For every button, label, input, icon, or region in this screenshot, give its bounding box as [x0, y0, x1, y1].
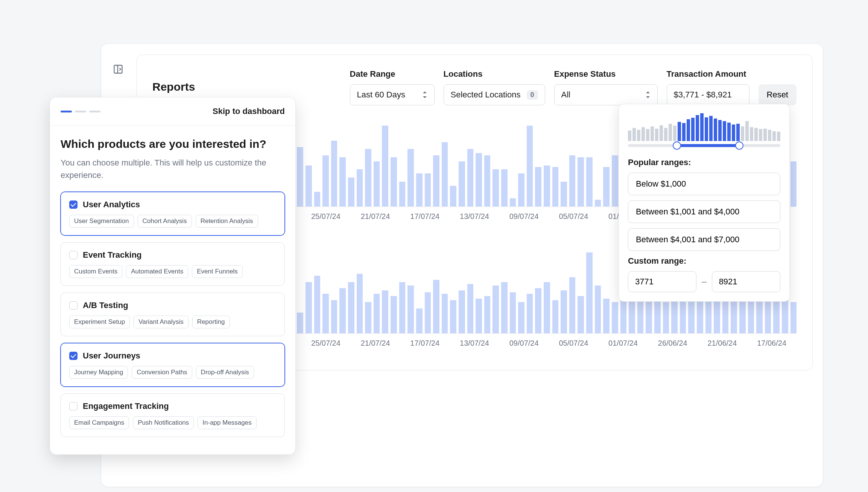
range-handle-max[interactable]	[735, 141, 743, 150]
product-tag: Conversion Paths	[132, 366, 192, 379]
range-max-input[interactable]	[712, 271, 780, 292]
locations-select[interactable]: Selected Locations 0	[444, 84, 545, 105]
onboarding-modal: Skip to dashboard Which products are you…	[50, 97, 296, 455]
chart-bar	[578, 296, 584, 333]
chart-bar	[595, 200, 601, 207]
product-tag: Journey Mapping	[69, 366, 128, 379]
x-tick-label: 25/07/24	[301, 212, 351, 221]
chart-bar	[756, 300, 763, 333]
product-card-user-journeys[interactable]: User JourneysJourney MappingConversion P…	[61, 343, 285, 387]
select-value: Last 60 Days	[357, 90, 405, 100]
reset-button[interactable]: Reset	[759, 84, 797, 105]
histogram-bar	[736, 124, 740, 141]
x-tick-label: 13/07/24	[450, 212, 499, 221]
chart-bar	[459, 161, 465, 207]
histogram-bar	[660, 125, 663, 141]
product-card-user-analytics[interactable]: User AnalyticsUser SegmentationCohort An…	[61, 192, 285, 235]
range-handle-min[interactable]	[673, 141, 681, 150]
chart-bar	[561, 290, 567, 333]
chart-bar	[331, 141, 337, 207]
filter-expense-status: Expense Status All	[554, 69, 658, 105]
histogram-bar	[754, 128, 758, 141]
chart-bar	[314, 276, 321, 333]
x-tick-label: 21/07/24	[351, 212, 400, 221]
range-option-2[interactable]: Between $4,001 and $7,000	[628, 228, 780, 251]
range-slider-track[interactable]	[628, 144, 780, 147]
panel-collapse-icon[interactable]	[113, 64, 123, 74]
transaction-amount-select[interactable]: $3,771 - $8,921	[667, 84, 749, 105]
product-tag: Drop-off Analysis	[196, 366, 254, 379]
product-name: A/B Testing	[83, 301, 128, 310]
chart-bar	[297, 147, 303, 207]
chart-bar	[306, 282, 312, 333]
x-tick-label: 05/07/24	[549, 339, 599, 348]
x-tick-label: 05/07/24	[549, 212, 599, 221]
onboarding-subtitle: You can choose multiple. This will help …	[61, 156, 285, 181]
chart-bar	[595, 285, 601, 333]
chart-bar	[510, 292, 516, 334]
skip-to-dashboard-link[interactable]: Skip to dashboard	[213, 106, 285, 116]
chart-bar	[790, 161, 797, 207]
product-checkbox[interactable]	[69, 402, 78, 410]
chart-bar	[612, 302, 618, 333]
histogram-bar	[682, 123, 686, 141]
chart-bar	[493, 285, 499, 333]
chart-bar	[433, 280, 439, 333]
chart-bar	[382, 290, 388, 333]
product-checkbox[interactable]	[69, 352, 78, 360]
product-checkbox[interactable]	[69, 200, 78, 209]
product-card-a-b-testing[interactable]: A/B TestingExperiment SetupVariant Analy…	[61, 293, 285, 336]
chart-bar	[407, 149, 414, 207]
chart-bar	[493, 169, 499, 207]
chart-bar	[510, 198, 516, 207]
custom-range-label: Custom range:	[628, 256, 780, 266]
histogram-bar	[718, 120, 722, 141]
chart-bar	[425, 173, 431, 207]
histogram-bar	[691, 118, 695, 141]
product-name: User Journeys	[83, 351, 140, 361]
chart-bar	[476, 153, 482, 207]
chart-bar	[339, 157, 346, 207]
product-tag: Email Campaigns	[69, 416, 129, 429]
chart-bar	[535, 288, 541, 333]
product-checkbox[interactable]	[69, 301, 78, 310]
chart-bar	[399, 282, 406, 333]
x-tick-label: 17/07/24	[400, 339, 450, 348]
progress-step-1	[61, 111, 72, 112]
range-option-1[interactable]: Between $1,001 and $4,000	[628, 200, 780, 223]
histogram-bar	[700, 113, 704, 141]
chart-bar	[467, 284, 474, 333]
locations-count-badge: 0	[527, 90, 538, 100]
product-tags: Email CampaignsPush NotificationsIn-app …	[69, 416, 276, 429]
product-card-event-tracking[interactable]: Event TrackingCustom EventsAutomated Eve…	[61, 242, 285, 286]
chart-bar	[535, 167, 541, 207]
chart-bar	[391, 296, 397, 333]
histogram-bar	[709, 116, 713, 141]
product-tag: Cohort Analysis	[138, 215, 192, 228]
popular-ranges-label: Popular ranges:	[628, 158, 780, 167]
chart-bar	[442, 142, 448, 207]
histogram-bar	[632, 128, 636, 141]
range-option-0[interactable]: Below $1,000	[628, 173, 780, 195]
range-histogram	[628, 113, 780, 141]
filter-label: Locations	[444, 69, 545, 79]
chart-bar	[552, 300, 559, 333]
select-value: $3,771 - $8,921	[674, 90, 732, 100]
x-tick-label: 17/07/24	[400, 212, 450, 221]
progress-step-3	[89, 111, 100, 112]
histogram-bar	[655, 129, 658, 141]
product-checkbox[interactable]	[69, 251, 78, 259]
range-min-input[interactable]	[628, 271, 696, 292]
histogram-bar	[705, 117, 708, 141]
product-tag: Custom Events	[69, 265, 122, 278]
histogram-bar	[768, 130, 771, 141]
chart-bar	[603, 299, 610, 333]
histogram-bar	[637, 130, 640, 141]
filter-label: Date Range	[350, 69, 435, 79]
expense-status-select[interactable]: All	[554, 84, 658, 105]
chart-bar	[322, 155, 329, 207]
chart-bar	[306, 166, 312, 207]
date-range-select[interactable]: Last 60 Days	[350, 84, 435, 105]
chart-bar	[416, 173, 423, 207]
product-card-engagement-tracking[interactable]: Engagement TrackingEmail CampaignsPush N…	[61, 393, 285, 437]
